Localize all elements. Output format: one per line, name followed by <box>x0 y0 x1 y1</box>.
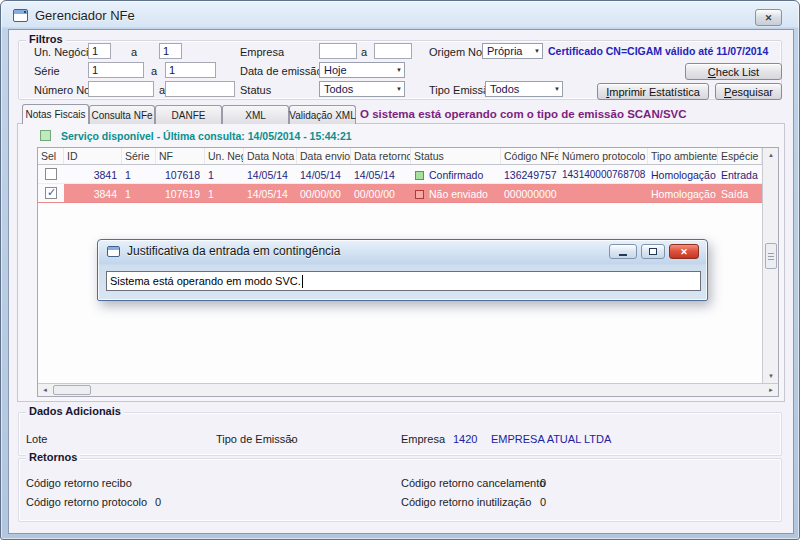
data-emissao-label: Data de emissão <box>240 65 323 77</box>
cell-nf: 107619 <box>156 184 205 202</box>
status-label: Status <box>240 84 271 96</box>
service-status-text: Serviço disponível - Última consulta: 14… <box>61 130 352 142</box>
tipo-emissao-info-label: Tipo de Emissão <box>216 433 298 445</box>
numero-nota-from-input[interactable] <box>88 81 154 97</box>
cell-serie: 1 <box>122 184 156 202</box>
scroll-right-icon[interactable]: ► <box>765 384 777 396</box>
tab-xml[interactable]: XML <box>222 105 289 124</box>
chevron-down-icon: ▼ <box>534 48 540 54</box>
cell-numero-protocolo: 143140000768708 <box>559 165 648 183</box>
text-caret <box>302 275 303 288</box>
pesquisar-button[interactable]: Pesquisar <box>715 83 782 100</box>
titlebar: Gerenciador NFe ✕ <box>1 1 799 29</box>
dialog-title: Justificativa da entrada em contingência <box>127 244 340 258</box>
dialog-titlebar[interactable]: Justificativa da entrada em contingência… <box>98 240 707 262</box>
dialog-maximize-button[interactable] <box>641 244 665 259</box>
tab-danfe[interactable]: DANFE <box>155 105 222 124</box>
col-status[interactable]: Status <box>411 148 501 164</box>
tipo-emissao-info-value: - <box>290 433 294 445</box>
col-especie[interactable]: Espécie <box>718 148 762 164</box>
un-negocio-range-sep: a <box>131 46 137 58</box>
empresa-from-input[interactable] <box>319 43 357 59</box>
serie-label: Série <box>34 65 60 77</box>
retorno-inutilizacao-value: 0 <box>540 496 546 508</box>
tab-consulta-nfe[interactable]: Consulta NFe <box>89 105 155 124</box>
cell-numero-protocolo <box>559 184 648 202</box>
data-emissao-select[interactable]: Hoje ▼ <box>319 62 405 78</box>
scroll-left-icon[interactable]: ◄ <box>39 384 51 396</box>
cell-codigo-nfe: 136249757 <box>501 165 559 183</box>
scroll-down-icon[interactable]: ▼ <box>763 370 779 382</box>
cell-data-retorno: 00/00/00 <box>351 184 411 202</box>
col-data-retorno[interactable]: Data retorno <box>351 148 411 164</box>
col-data-envio[interactable]: Data envio <box>297 148 351 164</box>
imprimir-estatistica-button[interactable]: Imprimir Estatística <box>597 83 709 100</box>
app-icon <box>13 9 28 22</box>
retorno-protocolo-value: 0 <box>155 496 161 508</box>
empresa-code: 1420 <box>453 433 477 445</box>
dados-adicionais-groupbox <box>18 412 782 456</box>
numero-nota-to-input[interactable] <box>165 81 235 97</box>
col-data-nota[interactable]: Data Nota <box>244 148 297 164</box>
retorno-recibo-label: Código retorno recibo <box>26 477 132 489</box>
cell-data-nota: 14/05/14 <box>244 165 297 183</box>
un-negocio-to-input[interactable] <box>159 43 182 59</box>
col-numero-protocolo[interactable]: Número protocolo <box>559 148 648 164</box>
tab-validacao-xml[interactable]: Validação XML <box>289 105 356 124</box>
horizontal-scrollbar[interactable]: ◄ ► <box>38 383 778 396</box>
empresa-to-input[interactable] <box>374 43 412 59</box>
cell-un-neg: 1 <box>205 165 244 183</box>
col-codigo-nfe[interactable]: Código NFe <box>501 148 559 164</box>
tipo-emissao-select[interactable]: Todos ▼ <box>485 81 563 97</box>
un-negocio-from-input[interactable] <box>88 43 111 59</box>
dialog-minimize-button[interactable] <box>609 244 637 259</box>
vertical-scrollbar[interactable]: ▲ ▼ <box>762 148 778 383</box>
check-list-button[interactable]: Check List <box>685 63 782 80</box>
origem-nota-select[interactable]: Própria ▼ <box>482 43 543 59</box>
window-close-button[interactable]: ✕ <box>755 9 782 26</box>
table-header: Sel ID Série NF Un. Neg. Data Nota Data … <box>38 148 762 165</box>
retorno-cancelamento-label: Código retorno cancelamento <box>401 477 545 489</box>
retornos-groupbox <box>18 458 782 522</box>
status-confirmed-icon <box>415 171 424 180</box>
minimize-icon <box>619 254 627 256</box>
cell-especie: Entrada <box>718 165 762 183</box>
dados-adicionais-title: Dados Adicionais <box>26 405 124 417</box>
empresa-range-sep: a <box>361 46 367 58</box>
col-tipo-ambiente[interactable]: Tipo ambiente <box>648 148 718 164</box>
serie-to-input[interactable] <box>165 62 216 78</box>
table-row-selected[interactable]: 3844 1 107619 1 14/05/14 00/00/00 00/00/… <box>38 184 762 203</box>
horizontal-scroll-thumb[interactable] <box>53 385 91 395</box>
col-id[interactable]: ID <box>64 148 122 164</box>
cell-id: 3841 <box>64 165 122 183</box>
table-row[interactable]: 3841 1 107618 1 14/05/14 14/05/14 14/05/… <box>38 165 762 184</box>
cell-id: 3844 <box>64 184 122 202</box>
empresa-info-label: Empresa <box>401 433 445 445</box>
vertical-scroll-thumb[interactable] <box>765 243 777 269</box>
justification-text: Sistema está operando em modo SVC. <box>110 275 301 287</box>
chevron-down-icon: ▼ <box>554 86 560 92</box>
chevron-down-icon: ▼ <box>396 67 402 73</box>
status-select[interactable]: Todos ▼ <box>319 81 405 97</box>
cell-serie: 1 <box>122 165 156 183</box>
col-un-neg[interactable]: Un. Neg. <box>205 148 244 164</box>
col-nf[interactable]: NF <box>156 148 205 164</box>
empresa-label: Empresa <box>240 46 284 58</box>
dialog-close-button[interactable]: ✕ <box>669 244 699 259</box>
serie-from-input[interactable] <box>88 62 144 78</box>
scroll-up-icon[interactable]: ▲ <box>763 149 779 161</box>
row-checkbox[interactable] <box>45 187 57 199</box>
cell-codigo-nfe: 000000000 <box>501 184 559 202</box>
retorno-cancelamento-value: 0 <box>540 477 546 489</box>
cell-data-retorno: 14/05/14 <box>351 165 411 183</box>
row-checkbox[interactable] <box>45 168 57 180</box>
retorno-protocolo-label: Código retorno protocolo <box>26 496 147 508</box>
justification-input[interactable]: Sistema está operando em modo SVC. <box>106 271 701 291</box>
col-sel[interactable]: Sel <box>38 148 64 164</box>
system-emission-message: O sistema está operando com o tipo de em… <box>360 108 687 120</box>
tab-notas-fiscais[interactable]: Notas Fiscais <box>22 104 89 124</box>
cell-especie: Saída <box>718 184 762 202</box>
col-serie[interactable]: Série <box>122 148 156 164</box>
cell-nf: 107618 <box>156 165 205 183</box>
app-window: Gerenciador NFe ✕ Filtros Un. Negócio a … <box>0 0 800 540</box>
